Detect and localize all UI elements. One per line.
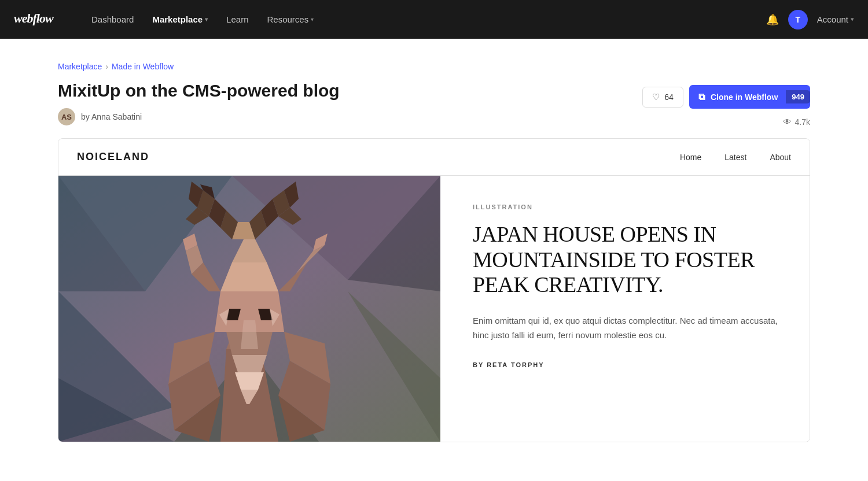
breadcrumb-separator: › bbox=[105, 62, 108, 71]
page-header: MixitUp on the CMS-powered blog AS by An… bbox=[58, 80, 810, 127]
like-button[interactable]: ♡ 64 bbox=[642, 87, 683, 108]
account-menu[interactable]: Account ▾ bbox=[817, 14, 854, 24]
article-category: ILLUSTRATION bbox=[473, 204, 782, 210]
author-row: AS by Anna Sabatini bbox=[58, 108, 340, 125]
svg-text:webflow: webflow bbox=[14, 11, 54, 25]
account-chevron-icon: ▾ bbox=[851, 16, 854, 23]
nav-marketplace[interactable]: Marketplace ▾ bbox=[145, 10, 215, 29]
inner-brand: NOICELAND bbox=[77, 151, 680, 163]
eye-icon: 👁 bbox=[783, 117, 792, 127]
author-avatar: AS bbox=[58, 108, 75, 125]
clone-icon: ⧉ bbox=[698, 92, 705, 102]
breadcrumb-made-in-webflow[interactable]: Made in Webflow bbox=[112, 62, 174, 71]
breadcrumb-marketplace[interactable]: Marketplace bbox=[58, 62, 102, 71]
main-content: Marketplace › Made in Webflow MixitUp on… bbox=[35, 39, 833, 442]
article-byline: BY RETA TORPHY bbox=[473, 361, 782, 368]
webflow-logo[interactable]: webflow bbox=[14, 10, 66, 29]
views-row: 👁 4.7k bbox=[783, 117, 810, 127]
resources-chevron-icon: ▾ bbox=[311, 16, 314, 23]
like-count: 64 bbox=[664, 92, 674, 102]
inner-nav-about[interactable]: About bbox=[770, 153, 791, 162]
user-avatar[interactable]: T bbox=[788, 10, 808, 29]
page-header-left: MixitUp on the CMS-powered blog AS by An… bbox=[58, 80, 340, 125]
inner-content: ILLUSTRATION JAPAN HOUSE OPENS IN MOUNTA… bbox=[58, 176, 810, 442]
nav-learn[interactable]: Learn bbox=[219, 10, 255, 29]
notification-bell-icon[interactable]: 🔔 bbox=[766, 13, 779, 26]
nav-dashboard[interactable]: Dashboard bbox=[84, 10, 141, 29]
page-title: MixitUp on the CMS-powered blog bbox=[58, 80, 340, 101]
svg-marker-21 bbox=[232, 355, 267, 372]
inner-nav-latest[interactable]: Latest bbox=[724, 153, 746, 162]
heart-icon: ♡ bbox=[652, 92, 660, 102]
inner-navigation: NOICELAND Home Latest About bbox=[58, 139, 810, 176]
preview-card: NOICELAND Home Latest About bbox=[58, 138, 810, 442]
article-body: Enim omittam qui id, ex quo atqui dictas… bbox=[473, 314, 782, 343]
page-header-actions: ♡ 64 ⧉ Clone in Webflow 949 👁 4.7k bbox=[642, 85, 810, 127]
breadcrumb: Marketplace › Made in Webflow bbox=[58, 62, 810, 71]
clone-label: Clone in Webflow bbox=[711, 92, 778, 102]
topnav-right-section: 🔔 T Account ▾ bbox=[766, 10, 854, 29]
clone-button[interactable]: ⧉ Clone in Webflow 949 bbox=[689, 85, 810, 109]
inner-nav-links: Home Latest About bbox=[680, 153, 791, 162]
article-headline: JAPAN HOUSE OPENS IN MOUNTAINSIDE TO FOS… bbox=[473, 222, 782, 298]
article-text: ILLUSTRATION JAPAN HOUSE OPENS IN MOUNTA… bbox=[440, 176, 810, 442]
svg-marker-42 bbox=[241, 320, 258, 349]
article-image bbox=[58, 176, 440, 442]
top-navigation: webflow Dashboard Marketplace ▾ Learn Re… bbox=[0, 0, 868, 39]
nav-resources[interactable]: Resources ▾ bbox=[260, 10, 321, 29]
marketplace-chevron-icon: ▾ bbox=[205, 16, 208, 23]
clone-count: 949 bbox=[786, 90, 810, 103]
views-count: 4.7k bbox=[795, 117, 810, 127]
author-name: by Anna Sabatini bbox=[81, 112, 142, 121]
inner-nav-home[interactable]: Home bbox=[680, 153, 701, 162]
